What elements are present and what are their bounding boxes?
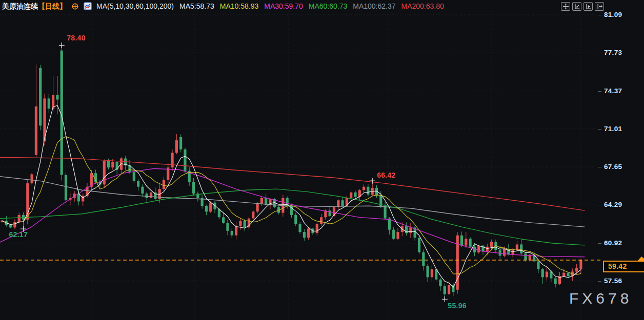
y-axis-label: 57.56 xyxy=(604,277,641,285)
kline-chart-icon xyxy=(84,2,92,10)
exit-right-icon xyxy=(596,3,603,10)
high-price-annotation: 78.40 xyxy=(67,34,86,42)
y-axis-tick xyxy=(598,167,601,167)
y-axis-tick xyxy=(598,243,601,244)
chart-toolbar xyxy=(561,2,604,11)
pan-move-icon xyxy=(562,3,569,10)
low-price-annotation: 62.17 xyxy=(9,230,28,239)
trading-chart-window: 美原油连续【日线】 MA(5,10,30,60,100,200) MA5:58.… xyxy=(0,0,644,320)
scale-axis-button[interactable] xyxy=(572,2,581,11)
ma10-value: MA10:58.93 xyxy=(220,2,259,11)
current-price-value: 59.42 xyxy=(608,262,627,270)
y-axis-tick xyxy=(598,91,601,92)
chart-type-button[interactable] xyxy=(84,2,92,10)
candles-layer xyxy=(1,45,582,299)
watermark: FX678 xyxy=(569,290,632,307)
chart-legend: 美原油连续【日线】 MA(5,10,30,60,100,200) MA5:58.… xyxy=(2,2,444,11)
y-axis-tick xyxy=(598,15,601,15)
y-axis-tick xyxy=(598,205,601,205)
scale-axis-left-icon xyxy=(574,3,580,10)
ma5-value: MA5:58.73 xyxy=(179,2,214,11)
y-axis-tick xyxy=(598,281,601,282)
y-axis-label: 74.37 xyxy=(604,87,641,95)
pan-tool-button[interactable] xyxy=(561,2,570,11)
grid-layer xyxy=(0,11,596,320)
circle-cross-icon xyxy=(71,3,79,10)
y-axis-label: 64.29 xyxy=(604,201,641,208)
ma200-value: MA200:63.80 xyxy=(401,2,444,11)
autoplay-button[interactable] xyxy=(583,2,593,11)
current-price-label: 59.42 xyxy=(603,261,644,272)
ma100-value: MA100:62.37 xyxy=(353,2,395,11)
y-axis-label: 81.09 xyxy=(604,11,641,18)
low-price-annotation: 55.96 xyxy=(448,302,467,310)
scale-axis-play-icon xyxy=(585,3,592,10)
exit-chart-button[interactable] xyxy=(595,2,604,11)
y-axis-tick xyxy=(598,129,601,130)
period-tag[interactable]: 【日线】 xyxy=(38,2,67,11)
y-axis-label: 67.65 xyxy=(604,163,641,170)
high-price-annotation: 66.42 xyxy=(377,171,396,179)
symbol-title: 美原油连续 xyxy=(2,2,38,11)
price-chart-canvas[interactable] xyxy=(0,0,644,320)
ma-params-label: MA(5,10,30,60,100,200) xyxy=(96,2,174,11)
y-axis-label: 71.01 xyxy=(604,125,641,133)
target-button[interactable] xyxy=(71,3,79,10)
ma60-value: MA60:60.73 xyxy=(309,2,348,11)
y-axis-tick xyxy=(598,53,601,53)
y-axis-label: 60.92 xyxy=(604,239,641,247)
y-axis-label: 77.73 xyxy=(604,49,641,56)
ma30-value: MA30:59.70 xyxy=(264,2,303,11)
